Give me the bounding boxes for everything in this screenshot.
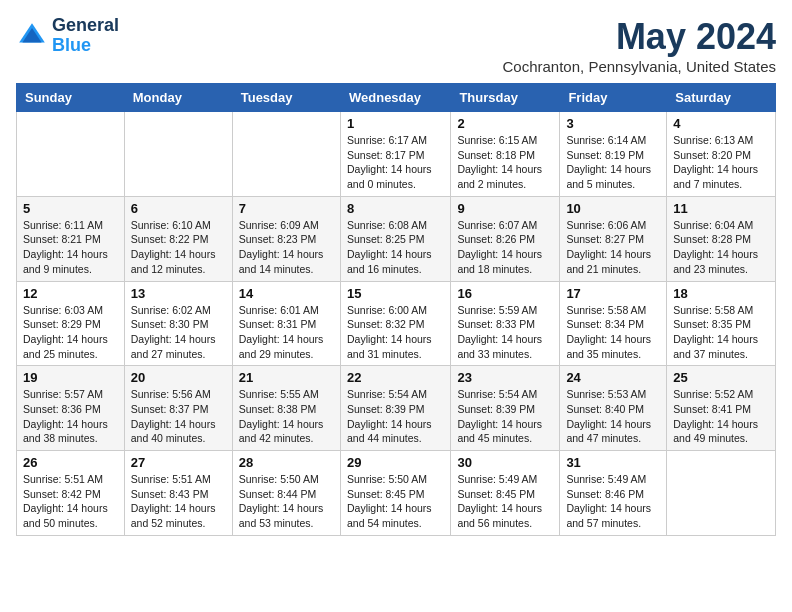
calendar-day-cell: 23Sunrise: 5:54 AMSunset: 8:39 PMDayligh… [451, 366, 560, 451]
day-number: 27 [131, 455, 226, 470]
calendar-day-cell: 8Sunrise: 6:08 AMSunset: 8:25 PMDaylight… [340, 196, 450, 281]
title-block: May 2024 Cochranton, Pennsylvania, Unite… [503, 16, 777, 75]
day-number: 10 [566, 201, 660, 216]
day-number: 3 [566, 116, 660, 131]
location-title: Cochranton, Pennsylvania, United States [503, 58, 777, 75]
calendar-day-cell: 16Sunrise: 5:59 AMSunset: 8:33 PMDayligh… [451, 281, 560, 366]
day-info: Sunrise: 6:15 AMSunset: 8:18 PMDaylight:… [457, 133, 553, 192]
calendar-day-cell: 12Sunrise: 6:03 AMSunset: 8:29 PMDayligh… [17, 281, 125, 366]
day-info: Sunrise: 5:53 AMSunset: 8:40 PMDaylight:… [566, 387, 660, 446]
calendar-day-cell: 9Sunrise: 6:07 AMSunset: 8:26 PMDaylight… [451, 196, 560, 281]
day-info: Sunrise: 5:57 AMSunset: 8:36 PMDaylight:… [23, 387, 118, 446]
day-number: 5 [23, 201, 118, 216]
day-info: Sunrise: 6:11 AMSunset: 8:21 PMDaylight:… [23, 218, 118, 277]
calendar-day-cell: 6Sunrise: 6:10 AMSunset: 8:22 PMDaylight… [124, 196, 232, 281]
calendar-day-cell: 15Sunrise: 6:00 AMSunset: 8:32 PMDayligh… [340, 281, 450, 366]
weekday-header-cell: Friday [560, 84, 667, 112]
logo-text: General Blue [52, 16, 119, 56]
calendar-day-cell: 27Sunrise: 5:51 AMSunset: 8:43 PMDayligh… [124, 451, 232, 536]
day-info: Sunrise: 6:17 AMSunset: 8:17 PMDaylight:… [347, 133, 444, 192]
day-number: 26 [23, 455, 118, 470]
day-info: Sunrise: 6:09 AMSunset: 8:23 PMDaylight:… [239, 218, 334, 277]
day-number: 12 [23, 286, 118, 301]
day-number: 1 [347, 116, 444, 131]
day-number: 9 [457, 201, 553, 216]
calendar-week-row: 12Sunrise: 6:03 AMSunset: 8:29 PMDayligh… [17, 281, 776, 366]
weekday-header-cell: Monday [124, 84, 232, 112]
calendar-week-row: 1Sunrise: 6:17 AMSunset: 8:17 PMDaylight… [17, 112, 776, 197]
day-number: 28 [239, 455, 334, 470]
calendar-day-cell: 5Sunrise: 6:11 AMSunset: 8:21 PMDaylight… [17, 196, 125, 281]
day-number: 8 [347, 201, 444, 216]
day-info: Sunrise: 5:58 AMSunset: 8:34 PMDaylight:… [566, 303, 660, 362]
calendar-day-cell [17, 112, 125, 197]
calendar-day-cell: 21Sunrise: 5:55 AMSunset: 8:38 PMDayligh… [232, 366, 340, 451]
day-number: 25 [673, 370, 769, 385]
calendar-day-cell: 26Sunrise: 5:51 AMSunset: 8:42 PMDayligh… [17, 451, 125, 536]
weekday-header-cell: Sunday [17, 84, 125, 112]
day-info: Sunrise: 6:13 AMSunset: 8:20 PMDaylight:… [673, 133, 769, 192]
day-number: 24 [566, 370, 660, 385]
weekday-header-cell: Tuesday [232, 84, 340, 112]
calendar-day-cell: 2Sunrise: 6:15 AMSunset: 8:18 PMDaylight… [451, 112, 560, 197]
calendar-day-cell: 29Sunrise: 5:50 AMSunset: 8:45 PMDayligh… [340, 451, 450, 536]
calendar-day-cell [124, 112, 232, 197]
day-number: 19 [23, 370, 118, 385]
day-info: Sunrise: 5:50 AMSunset: 8:44 PMDaylight:… [239, 472, 334, 531]
day-info: Sunrise: 6:03 AMSunset: 8:29 PMDaylight:… [23, 303, 118, 362]
day-info: Sunrise: 5:59 AMSunset: 8:33 PMDaylight:… [457, 303, 553, 362]
calendar-day-cell: 25Sunrise: 5:52 AMSunset: 8:41 PMDayligh… [667, 366, 776, 451]
logo: General Blue [16, 16, 119, 56]
day-info: Sunrise: 5:49 AMSunset: 8:46 PMDaylight:… [566, 472, 660, 531]
calendar-week-row: 5Sunrise: 6:11 AMSunset: 8:21 PMDaylight… [17, 196, 776, 281]
day-number: 18 [673, 286, 769, 301]
day-number: 11 [673, 201, 769, 216]
calendar-table: SundayMondayTuesdayWednesdayThursdayFrid… [16, 83, 776, 536]
calendar-day-cell: 3Sunrise: 6:14 AMSunset: 8:19 PMDaylight… [560, 112, 667, 197]
calendar-day-cell: 19Sunrise: 5:57 AMSunset: 8:36 PMDayligh… [17, 366, 125, 451]
day-number: 21 [239, 370, 334, 385]
day-info: Sunrise: 5:55 AMSunset: 8:38 PMDaylight:… [239, 387, 334, 446]
day-number: 31 [566, 455, 660, 470]
day-number: 29 [347, 455, 444, 470]
page-header: General Blue May 2024 Cochranton, Pennsy… [16, 16, 776, 75]
calendar-day-cell: 18Sunrise: 5:58 AMSunset: 8:35 PMDayligh… [667, 281, 776, 366]
calendar-day-cell: 20Sunrise: 5:56 AMSunset: 8:37 PMDayligh… [124, 366, 232, 451]
day-number: 13 [131, 286, 226, 301]
calendar-day-cell: 7Sunrise: 6:09 AMSunset: 8:23 PMDaylight… [232, 196, 340, 281]
calendar-day-cell: 11Sunrise: 6:04 AMSunset: 8:28 PMDayligh… [667, 196, 776, 281]
calendar-day-cell: 22Sunrise: 5:54 AMSunset: 8:39 PMDayligh… [340, 366, 450, 451]
day-number: 17 [566, 286, 660, 301]
day-number: 20 [131, 370, 226, 385]
weekday-header-cell: Wednesday [340, 84, 450, 112]
day-info: Sunrise: 5:50 AMSunset: 8:45 PMDaylight:… [347, 472, 444, 531]
day-number: 23 [457, 370, 553, 385]
calendar-day-cell [667, 451, 776, 536]
day-info: Sunrise: 5:56 AMSunset: 8:37 PMDaylight:… [131, 387, 226, 446]
day-number: 4 [673, 116, 769, 131]
calendar-week-row: 26Sunrise: 5:51 AMSunset: 8:42 PMDayligh… [17, 451, 776, 536]
day-number: 30 [457, 455, 553, 470]
calendar-day-cell: 14Sunrise: 6:01 AMSunset: 8:31 PMDayligh… [232, 281, 340, 366]
day-info: Sunrise: 5:54 AMSunset: 8:39 PMDaylight:… [457, 387, 553, 446]
day-number: 16 [457, 286, 553, 301]
day-info: Sunrise: 6:06 AMSunset: 8:27 PMDaylight:… [566, 218, 660, 277]
weekday-header-cell: Thursday [451, 84, 560, 112]
calendar-day-cell: 13Sunrise: 6:02 AMSunset: 8:30 PMDayligh… [124, 281, 232, 366]
day-info: Sunrise: 6:10 AMSunset: 8:22 PMDaylight:… [131, 218, 226, 277]
day-info: Sunrise: 5:58 AMSunset: 8:35 PMDaylight:… [673, 303, 769, 362]
calendar-day-cell: 24Sunrise: 5:53 AMSunset: 8:40 PMDayligh… [560, 366, 667, 451]
calendar-day-cell: 17Sunrise: 5:58 AMSunset: 8:34 PMDayligh… [560, 281, 667, 366]
calendar-day-cell: 1Sunrise: 6:17 AMSunset: 8:17 PMDaylight… [340, 112, 450, 197]
day-info: Sunrise: 6:01 AMSunset: 8:31 PMDaylight:… [239, 303, 334, 362]
day-number: 7 [239, 201, 334, 216]
day-info: Sunrise: 5:49 AMSunset: 8:45 PMDaylight:… [457, 472, 553, 531]
calendar-day-cell: 31Sunrise: 5:49 AMSunset: 8:46 PMDayligh… [560, 451, 667, 536]
calendar-week-row: 19Sunrise: 5:57 AMSunset: 8:36 PMDayligh… [17, 366, 776, 451]
day-info: Sunrise: 6:02 AMSunset: 8:30 PMDaylight:… [131, 303, 226, 362]
day-info: Sunrise: 6:04 AMSunset: 8:28 PMDaylight:… [673, 218, 769, 277]
weekday-header-cell: Saturday [667, 84, 776, 112]
day-info: Sunrise: 6:00 AMSunset: 8:32 PMDaylight:… [347, 303, 444, 362]
day-info: Sunrise: 6:08 AMSunset: 8:25 PMDaylight:… [347, 218, 444, 277]
calendar-day-cell [232, 112, 340, 197]
